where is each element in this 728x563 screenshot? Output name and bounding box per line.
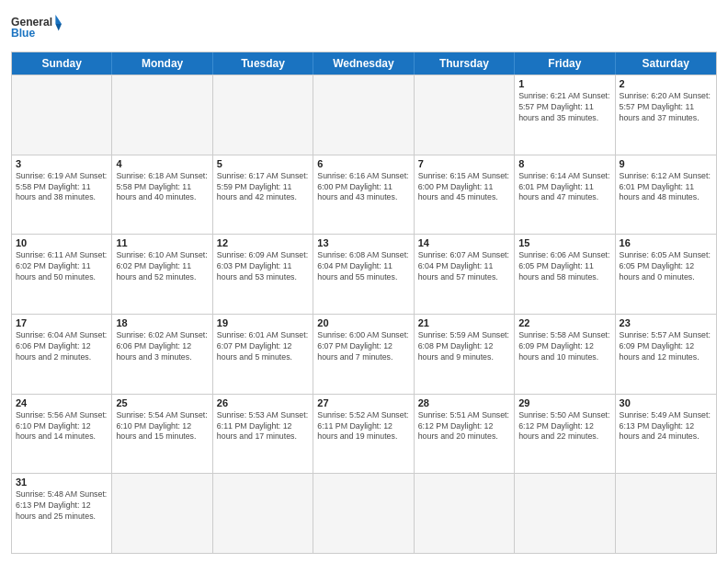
day-info: Sunrise: 5:48 AM Sunset: 6:13 PM Dayligh…	[16, 489, 108, 523]
day-number: 1	[518, 78, 610, 89]
svg-marker-2	[55, 15, 62, 24]
calendar-header: SundayMondayTuesdayWednesdayThursdayFrid…	[12, 52, 716, 75]
calendar-cell: 12Sunrise: 6:09 AM Sunset: 6:03 PM Dayli…	[213, 235, 313, 314]
day-info: Sunrise: 6:11 AM Sunset: 6:02 PM Dayligh…	[16, 250, 108, 283]
calendar-cell: 28Sunrise: 5:51 AM Sunset: 6:12 PM Dayli…	[415, 395, 515, 474]
day-number: 2	[620, 78, 712, 89]
calendar-cell	[313, 474, 414, 553]
calendar: SundayMondayTuesdayWednesdayThursdayFrid…	[11, 52, 717, 554]
svg-marker-3	[55, 24, 62, 31]
day-number: 30	[620, 397, 712, 408]
day-number: 29	[518, 397, 610, 408]
calendar-cell: 7Sunrise: 6:15 AM Sunset: 6:00 PM Daylig…	[415, 155, 515, 235]
day-info: Sunrise: 6:02 AM Sunset: 6:06 PM Dayligh…	[116, 330, 208, 363]
calendar-cell: 2Sunrise: 6:20 AM Sunset: 5:57 PM Daylig…	[616, 75, 716, 155]
calendar-cell: 1Sunrise: 6:21 AM Sunset: 5:57 PM Daylig…	[515, 75, 615, 155]
calendar-cell: 8Sunrise: 6:14 AM Sunset: 6:01 PM Daylig…	[515, 155, 615, 235]
day-info: Sunrise: 6:08 AM Sunset: 6:04 PM Dayligh…	[317, 250, 409, 283]
calendar-cell	[12, 75, 112, 155]
day-number: 15	[518, 237, 610, 248]
day-number: 6	[317, 158, 409, 169]
calendar-cell: 17Sunrise: 6:04 AM Sunset: 6:06 PM Dayli…	[12, 315, 112, 394]
calendar-cell: 21Sunrise: 5:59 AM Sunset: 6:08 PM Dayli…	[415, 315, 515, 394]
calendar-cell	[515, 474, 615, 553]
calendar-cell	[415, 474, 515, 553]
day-info: Sunrise: 5:50 AM Sunset: 6:12 PM Dayligh…	[518, 410, 610, 443]
day-info: Sunrise: 5:57 AM Sunset: 6:09 PM Dayligh…	[620, 330, 712, 363]
day-number: 31	[16, 477, 108, 488]
day-info: Sunrise: 6:19 AM Sunset: 5:58 PM Dayligh…	[16, 171, 108, 204]
calendar-cell	[213, 474, 313, 553]
calendar-row: 31Sunrise: 5:48 AM Sunset: 6:13 PM Dayli…	[12, 473, 716, 553]
day-info: Sunrise: 5:49 AM Sunset: 6:13 PM Dayligh…	[620, 410, 712, 443]
calendar-cell: 18Sunrise: 6:02 AM Sunset: 6:06 PM Dayli…	[112, 315, 212, 394]
page-header: General Blue	[11, 9, 717, 46]
calendar-cell: 27Sunrise: 5:52 AM Sunset: 6:11 PM Dayli…	[313, 395, 414, 474]
day-number: 17	[16, 317, 108, 328]
weekday-header: Wednesday	[313, 52, 414, 75]
calendar-cell	[313, 75, 414, 155]
logo-svg: General Blue	[11, 9, 62, 46]
day-info: Sunrise: 6:01 AM Sunset: 6:07 PM Dayligh…	[217, 330, 309, 363]
day-number: 22	[518, 317, 610, 328]
calendar-cell: 9Sunrise: 6:12 AM Sunset: 6:01 PM Daylig…	[616, 155, 716, 235]
calendar-cell: 14Sunrise: 6:07 AM Sunset: 6:04 PM Dayli…	[415, 235, 515, 314]
day-info: Sunrise: 6:20 AM Sunset: 5:57 PM Dayligh…	[620, 91, 712, 124]
day-info: Sunrise: 6:14 AM Sunset: 6:01 PM Dayligh…	[518, 171, 610, 204]
calendar-cell: 3Sunrise: 6:19 AM Sunset: 5:58 PM Daylig…	[12, 155, 112, 235]
day-info: Sunrise: 5:59 AM Sunset: 6:08 PM Dayligh…	[418, 330, 510, 363]
day-number: 11	[116, 237, 208, 248]
day-number: 13	[317, 237, 409, 248]
calendar-row: 3Sunrise: 6:19 AM Sunset: 5:58 PM Daylig…	[12, 155, 716, 235]
calendar-cell	[415, 75, 515, 155]
day-info: Sunrise: 6:15 AM Sunset: 6:00 PM Dayligh…	[418, 171, 510, 204]
day-number: 10	[16, 237, 108, 248]
day-number: 18	[116, 317, 208, 328]
calendar-cell: 23Sunrise: 5:57 AM Sunset: 6:09 PM Dayli…	[616, 315, 716, 394]
calendar-cell: 6Sunrise: 6:16 AM Sunset: 6:00 PM Daylig…	[313, 155, 414, 235]
day-info: Sunrise: 6:04 AM Sunset: 6:06 PM Dayligh…	[16, 330, 108, 363]
day-number: 3	[16, 158, 108, 169]
day-info: Sunrise: 6:21 AM Sunset: 5:57 PM Dayligh…	[518, 91, 610, 124]
calendar-cell	[213, 75, 313, 155]
calendar-cell: 20Sunrise: 6:00 AM Sunset: 6:07 PM Dayli…	[313, 315, 414, 394]
day-number: 28	[418, 397, 510, 408]
calendar-cell	[112, 75, 212, 155]
svg-text:Blue: Blue	[11, 27, 35, 40]
day-info: Sunrise: 6:05 AM Sunset: 6:05 PM Dayligh…	[620, 250, 712, 283]
day-info: Sunrise: 6:17 AM Sunset: 5:59 PM Dayligh…	[217, 171, 309, 204]
calendar-cell: 25Sunrise: 5:54 AM Sunset: 6:10 PM Dayli…	[112, 395, 212, 474]
calendar-cell: 10Sunrise: 6:11 AM Sunset: 6:02 PM Dayli…	[12, 235, 112, 314]
day-info: Sunrise: 6:10 AM Sunset: 6:02 PM Dayligh…	[116, 250, 208, 283]
day-number: 5	[217, 158, 309, 169]
calendar-cell: 13Sunrise: 6:08 AM Sunset: 6:04 PM Dayli…	[313, 235, 414, 314]
calendar-cell: 26Sunrise: 5:53 AM Sunset: 6:11 PM Dayli…	[213, 395, 313, 474]
day-number: 16	[620, 237, 712, 248]
day-info: Sunrise: 6:06 AM Sunset: 6:05 PM Dayligh…	[518, 250, 610, 283]
calendar-cell: 5Sunrise: 6:17 AM Sunset: 5:59 PM Daylig…	[213, 155, 313, 235]
calendar-body: 1Sunrise: 6:21 AM Sunset: 5:57 PM Daylig…	[12, 75, 716, 553]
day-info: Sunrise: 5:51 AM Sunset: 6:12 PM Dayligh…	[418, 410, 510, 443]
day-number: 20	[317, 317, 409, 328]
day-number: 21	[418, 317, 510, 328]
weekday-header: Tuesday	[213, 52, 313, 75]
weekday-header: Monday	[112, 52, 212, 75]
day-number: 26	[217, 397, 309, 408]
calendar-cell: 16Sunrise: 6:05 AM Sunset: 6:05 PM Dayli…	[616, 235, 716, 314]
day-info: Sunrise: 6:07 AM Sunset: 6:04 PM Dayligh…	[418, 250, 510, 283]
calendar-row: 17Sunrise: 6:04 AM Sunset: 6:06 PM Dayli…	[12, 314, 716, 394]
day-info: Sunrise: 5:53 AM Sunset: 6:11 PM Dayligh…	[217, 410, 309, 443]
day-number: 9	[620, 158, 712, 169]
day-number: 12	[217, 237, 309, 248]
day-number: 23	[620, 317, 712, 328]
day-info: Sunrise: 5:54 AM Sunset: 6:10 PM Dayligh…	[116, 410, 208, 443]
calendar-cell: 4Sunrise: 6:18 AM Sunset: 5:58 PM Daylig…	[112, 155, 212, 235]
day-info: Sunrise: 5:52 AM Sunset: 6:11 PM Dayligh…	[317, 410, 409, 443]
calendar-cell: 30Sunrise: 5:49 AM Sunset: 6:13 PM Dayli…	[616, 395, 716, 474]
calendar-cell: 29Sunrise: 5:50 AM Sunset: 6:12 PM Dayli…	[515, 395, 615, 474]
weekday-header: Saturday	[616, 52, 716, 75]
day-number: 19	[217, 317, 309, 328]
day-info: Sunrise: 6:00 AM Sunset: 6:07 PM Dayligh…	[317, 330, 409, 363]
calendar-row: 10Sunrise: 6:11 AM Sunset: 6:02 PM Dayli…	[12, 234, 716, 314]
day-info: Sunrise: 5:58 AM Sunset: 6:09 PM Dayligh…	[518, 330, 610, 363]
